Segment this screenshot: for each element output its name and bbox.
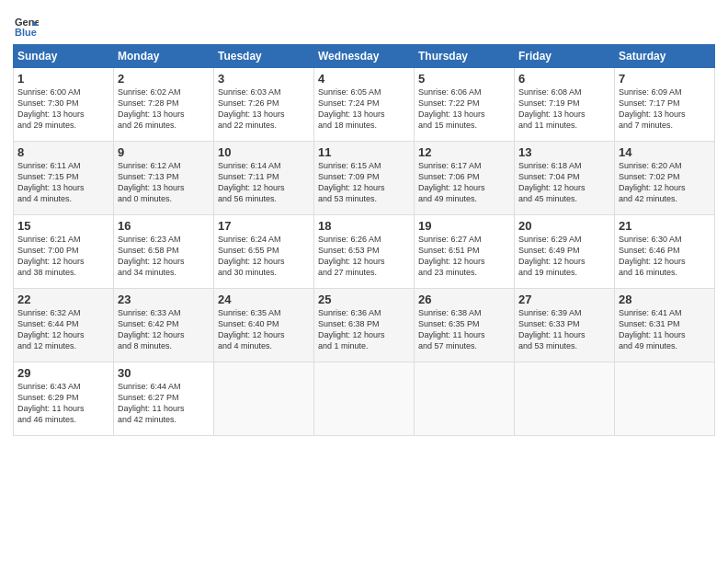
calendar-cell [615,362,715,436]
day-number: 27 [518,293,610,306]
day-number: 17 [218,219,310,233]
logo: General Blue [13,13,40,39]
calendar-cell: 21Sunrise: 6:30 AM Sunset: 6:46 PM Dayli… [615,215,715,289]
calendar-cell: 12Sunrise: 6:17 AM Sunset: 7:06 PM Dayli… [415,142,515,215]
day-number: 8 [17,145,109,159]
day-info: Sunrise: 6:12 AM Sunset: 7:13 PM Dayligh… [118,160,210,205]
day-info: Sunrise: 6:03 AM Sunset: 7:26 PM Dayligh… [218,86,310,132]
day-number: 14 [619,145,711,159]
calendar-cell: 9Sunrise: 6:12 AM Sunset: 7:13 PM Daylig… [114,142,214,215]
day-info: Sunrise: 6:14 AM Sunset: 7:11 PM Dayligh… [218,160,310,205]
calendar-cell: 26Sunrise: 6:38 AM Sunset: 6:35 PM Dayli… [415,289,515,362]
week-row: 22Sunrise: 6:32 AM Sunset: 6:44 PM Dayli… [14,289,715,362]
day-header-tuesday: Tuesday [214,45,314,68]
week-row: 1Sunrise: 6:00 AM Sunset: 7:30 PM Daylig… [14,68,715,142]
calendar-cell: 18Sunrise: 6:26 AM Sunset: 6:53 PM Dayli… [314,215,415,289]
week-row: 8Sunrise: 6:11 AM Sunset: 7:15 PM Daylig… [14,142,715,215]
calendar-cell [214,362,314,436]
calendar-cell: 8Sunrise: 6:11 AM Sunset: 7:15 PM Daylig… [14,142,114,215]
day-number: 23 [118,293,210,306]
day-number: 30 [118,366,210,380]
day-info: Sunrise: 6:43 AM Sunset: 6:29 PM Dayligh… [17,381,109,426]
calendar-cell: 1Sunrise: 6:00 AM Sunset: 7:30 PM Daylig… [14,68,114,142]
calendar-table: SundayMondayTuesdayWednesdayThursdayFrid… [13,44,715,436]
day-number: 9 [118,145,210,159]
day-number: 6 [518,72,610,86]
day-number: 28 [619,293,711,306]
day-info: Sunrise: 6:39 AM Sunset: 6:33 PM Dayligh… [518,307,610,352]
day-header-wednesday: Wednesday [314,45,415,68]
day-info: Sunrise: 6:06 AM Sunset: 7:22 PM Dayligh… [418,86,510,132]
day-number: 1 [17,72,109,86]
day-info: Sunrise: 6:05 AM Sunset: 7:24 PM Dayligh… [318,86,410,132]
calendar-cell: 6Sunrise: 6:08 AM Sunset: 7:19 PM Daylig… [515,68,615,142]
day-info: Sunrise: 6:26 AM Sunset: 6:53 PM Dayligh… [318,234,410,279]
day-info: Sunrise: 6:35 AM Sunset: 6:40 PM Dayligh… [218,307,310,352]
calendar-cell: 15Sunrise: 6:21 AM Sunset: 7:00 PM Dayli… [14,215,114,289]
day-info: Sunrise: 6:20 AM Sunset: 7:02 PM Dayligh… [619,160,711,205]
calendar-cell: 28Sunrise: 6:41 AM Sunset: 6:31 PM Dayli… [615,289,715,362]
day-header-friday: Friday [515,45,615,68]
day-number: 26 [418,293,510,306]
week-row: 15Sunrise: 6:21 AM Sunset: 7:00 PM Dayli… [14,215,715,289]
day-info: Sunrise: 6:41 AM Sunset: 6:31 PM Dayligh… [619,307,711,352]
page-container: General Blue SundayMondayTuesdayWednesda… [0,0,728,445]
calendar-cell: 5Sunrise: 6:06 AM Sunset: 7:22 PM Daylig… [415,68,515,142]
day-info: Sunrise: 6:30 AM Sunset: 6:46 PM Dayligh… [619,234,711,279]
calendar-cell: 14Sunrise: 6:20 AM Sunset: 7:02 PM Dayli… [615,142,715,215]
day-info: Sunrise: 6:15 AM Sunset: 7:09 PM Dayligh… [318,160,410,205]
day-number: 18 [318,219,410,233]
calendar-cell: 23Sunrise: 6:33 AM Sunset: 6:42 PM Dayli… [114,289,214,362]
day-number: 20 [518,219,610,233]
day-info: Sunrise: 6:24 AM Sunset: 6:55 PM Dayligh… [218,234,310,279]
calendar-cell: 13Sunrise: 6:18 AM Sunset: 7:04 PM Dayli… [515,142,615,215]
calendar-cell: 10Sunrise: 6:14 AM Sunset: 7:11 PM Dayli… [214,142,314,215]
day-info: Sunrise: 6:00 AM Sunset: 7:30 PM Dayligh… [17,86,109,132]
day-info: Sunrise: 6:18 AM Sunset: 7:04 PM Dayligh… [518,160,610,205]
calendar-cell: 3Sunrise: 6:03 AM Sunset: 7:26 PM Daylig… [214,68,314,142]
calendar-body: 1Sunrise: 6:00 AM Sunset: 7:30 PM Daylig… [14,68,715,436]
day-header-monday: Monday [114,45,214,68]
calendar-header: SundayMondayTuesdayWednesdayThursdayFrid… [14,45,715,68]
calendar-cell: 27Sunrise: 6:39 AM Sunset: 6:33 PM Dayli… [515,289,615,362]
week-row: 29Sunrise: 6:43 AM Sunset: 6:29 PM Dayli… [14,362,715,436]
day-info: Sunrise: 6:44 AM Sunset: 6:27 PM Dayligh… [118,381,210,426]
day-number: 24 [218,293,310,306]
day-info: Sunrise: 6:02 AM Sunset: 7:28 PM Dayligh… [118,86,210,132]
calendar-cell: 25Sunrise: 6:36 AM Sunset: 6:38 PM Dayli… [314,289,415,362]
day-info: Sunrise: 6:32 AM Sunset: 6:44 PM Dayligh… [17,307,109,352]
calendar-cell: 24Sunrise: 6:35 AM Sunset: 6:40 PM Dayli… [214,289,314,362]
day-number: 25 [318,293,410,306]
day-number: 10 [218,145,310,159]
calendar-cell: 4Sunrise: 6:05 AM Sunset: 7:24 PM Daylig… [314,68,415,142]
day-number: 29 [17,366,109,380]
calendar-cell [314,362,415,436]
calendar-cell: 20Sunrise: 6:29 AM Sunset: 6:49 PM Dayli… [515,215,615,289]
day-number: 12 [418,145,510,159]
day-number: 3 [218,72,310,86]
header-row: SundayMondayTuesdayWednesdayThursdayFrid… [14,45,715,68]
header: General Blue [13,9,715,39]
day-number: 15 [17,219,109,233]
svg-text:Blue: Blue [15,27,37,38]
day-number: 2 [118,72,210,86]
calendar-cell: 17Sunrise: 6:24 AM Sunset: 6:55 PM Dayli… [214,215,314,289]
day-info: Sunrise: 6:36 AM Sunset: 6:38 PM Dayligh… [318,307,410,352]
day-number: 7 [619,72,711,86]
calendar-cell [415,362,515,436]
calendar-cell: 16Sunrise: 6:23 AM Sunset: 6:58 PM Dayli… [114,215,214,289]
calendar-cell: 29Sunrise: 6:43 AM Sunset: 6:29 PM Dayli… [14,362,114,436]
day-info: Sunrise: 6:27 AM Sunset: 6:51 PM Dayligh… [418,234,510,279]
day-header-thursday: Thursday [415,45,515,68]
calendar-cell: 2Sunrise: 6:02 AM Sunset: 7:28 PM Daylig… [114,68,214,142]
day-info: Sunrise: 6:23 AM Sunset: 6:58 PM Dayligh… [118,234,210,279]
day-header-sunday: Sunday [14,45,114,68]
calendar-cell: 30Sunrise: 6:44 AM Sunset: 6:27 PM Dayli… [114,362,214,436]
day-info: Sunrise: 6:08 AM Sunset: 7:19 PM Dayligh… [518,86,610,132]
calendar-cell [515,362,615,436]
day-info: Sunrise: 6:33 AM Sunset: 6:42 PM Dayligh… [118,307,210,352]
day-number: 11 [318,145,410,159]
day-number: 13 [518,145,610,159]
day-number: 21 [619,219,711,233]
day-info: Sunrise: 6:29 AM Sunset: 6:49 PM Dayligh… [518,234,610,279]
